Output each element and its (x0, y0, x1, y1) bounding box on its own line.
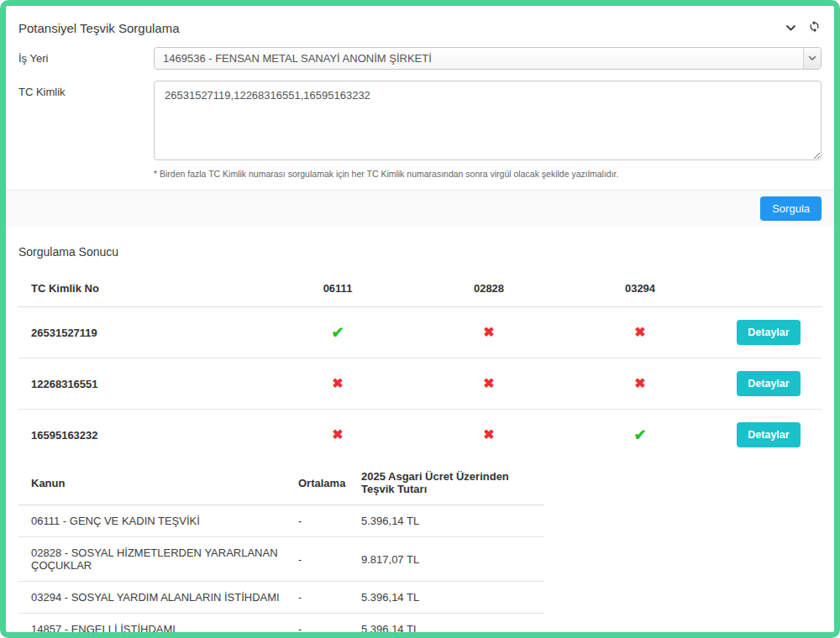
laws-table: Kanun Ortalama 2025 Asgari Ücret Üzerind… (18, 462, 544, 638)
workplace-select-value: 1469536 - FENSAN METAL SANAYİ ANONİM ŞİR… (155, 52, 803, 65)
chevron-down-icon (785, 22, 796, 34)
tc-row: TC Kimlik 26531527119,12268316551,165951… (18, 81, 822, 179)
ortalama-value: - (298, 537, 361, 582)
detaylar-button[interactable]: Detaylar (737, 422, 800, 447)
tc-label: TC Kimlik (18, 81, 154, 179)
tc-number: 12268316551 (18, 358, 262, 410)
col-06111: 06111 (262, 272, 413, 307)
kanun-name: 06111 - GENÇ VE KADIN TEŞVİKİ (18, 505, 298, 537)
panel-footer: Sorgula (6, 190, 834, 227)
sorgula-button[interactable]: Sorgula (760, 196, 822, 221)
kanun-name: 02828 - SOSYAL HİZMETLERDEN YARARLANAN Ç… (18, 537, 298, 582)
ortalama-value: - (298, 582, 361, 614)
workplace-row: İş Yeri 1469536 - FENSAN METAL SANAYİ AN… (18, 47, 822, 70)
kanun-name: 14857 - ENGELLİ İSTİHDAMI (18, 614, 298, 638)
results-table: TC Kimlik No 06111 02828 03294 265315271… (18, 272, 822, 460)
list-item: 14857 - ENGELLİ İSTİHDAMI - 5.396,14 TL (18, 614, 544, 638)
panel-title: Potansiyel Teşvik Sorgulama (18, 21, 179, 35)
tc-help-note: * Birden fazla TC Kimlik numarası sorgul… (154, 169, 822, 179)
col-tc-kimlik-no: TC Kimlik No (18, 272, 262, 307)
results-panel: Sorgulama Sonucu TC Kimlik No 06111 0282… (6, 227, 834, 638)
select-chevron-icon (803, 48, 821, 69)
ortalama-value: - (298, 614, 361, 638)
results-title: Sorgulama Sonucu (18, 245, 822, 259)
kanun-name: 03294 - SOSYAL YARDIM ALANLARIN İSTİHDAM… (18, 582, 298, 614)
refresh-button[interactable] (808, 20, 821, 35)
tutar-value: 5.396,14 TL (361, 505, 544, 537)
workplace-select[interactable]: 1469536 - FENSAN METAL SANAYİ ANONİM ŞİR… (154, 47, 822, 70)
table-row: 26531527119 ✔ ✖ ✖ Detaylar (18, 307, 822, 358)
tc-number: 16595163232 (18, 410, 262, 461)
status-icon: ✔ (633, 427, 646, 442)
col-kanun: Kanun (18, 462, 298, 505)
col-02828: 02828 (413, 272, 564, 307)
tutar-value: 5.396,14 TL (361, 614, 544, 638)
page-frame: Potansiyel Teşvik Sorgulama İş Yeri (0, 0, 840, 638)
status-icon: ✖ (634, 326, 645, 339)
refresh-icon (808, 20, 821, 35)
col-ortalama: Ortalama (298, 462, 361, 505)
status-icon: ✖ (483, 377, 494, 390)
status-icon: ✖ (483, 326, 494, 339)
detaylar-button[interactable]: Detaylar (737, 320, 800, 345)
status-icon: ✖ (483, 428, 494, 442)
col-actions (716, 272, 822, 307)
list-item: 03294 - SOSYAL YARDIM ALANLARIN İSTİHDAM… (18, 582, 544, 614)
laws-header-row: Kanun Ortalama 2025 Asgari Ücret Üzerind… (18, 462, 544, 505)
ortalama-value: - (298, 505, 361, 537)
workplace-label: İş Yeri (18, 47, 154, 70)
status-icon: ✖ (332, 377, 343, 390)
table-row: 12268316551 ✖ ✖ ✖ Detaylar (18, 358, 822, 410)
status-icon: ✔ (331, 325, 344, 340)
tutar-value: 5.396,14 TL (361, 582, 544, 614)
panel-header: Potansiyel Teşvik Sorgulama (6, 6, 834, 39)
table-row: 16595163232 ✖ ✖ ✔ Detaylar (18, 410, 822, 461)
list-item: 02828 - SOSYAL HİZMETLERDEN YARARLANAN Ç… (18, 537, 544, 582)
status-icon: ✖ (332, 428, 343, 442)
tc-input[interactable]: 26531527119,12268316551,16595163232 (154, 81, 822, 160)
tc-number: 26531527119 (18, 307, 262, 358)
col-tutar: 2025 Asgari Ücret Üzerinden Teşvik Tutar… (361, 462, 544, 505)
query-form: İş Yeri 1469536 - FENSAN METAL SANAYİ AN… (6, 39, 834, 190)
panel-header-actions (785, 20, 821, 35)
collapse-button[interactable] (785, 22, 796, 34)
col-03294: 03294 (564, 272, 716, 307)
status-icon: ✖ (634, 377, 645, 390)
results-header-row: TC Kimlik No 06111 02828 03294 (18, 272, 822, 307)
detaylar-button[interactable]: Detaylar (737, 371, 800, 396)
list-item: 06111 - GENÇ VE KADIN TEŞVİKİ - 5.396,14… (18, 505, 544, 537)
tutar-value: 9.817,07 TL (361, 537, 544, 582)
query-panel: Potansiyel Teşvik Sorgulama İş Yeri (6, 6, 834, 227)
